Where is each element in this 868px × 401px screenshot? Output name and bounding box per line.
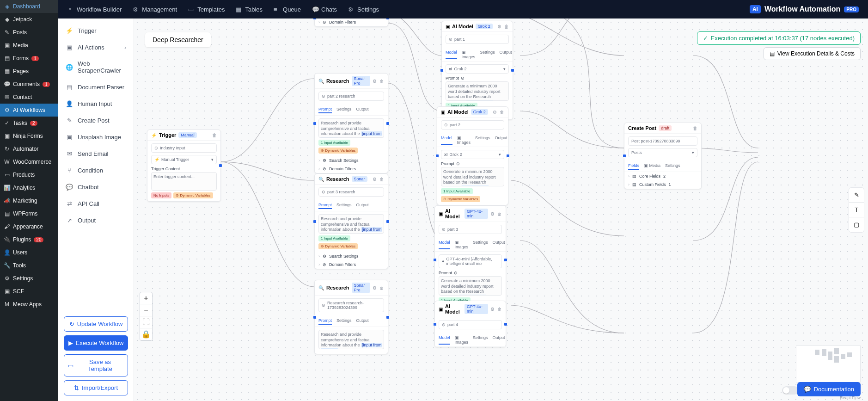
trigger-type-select[interactable]: ⚡ Manual Trigger ▾ [151,155,217,164]
wp-menu-ai-workflows[interactable]: ⚙AI Workflows [0,104,58,117]
wp-menu-tools[interactable]: 🔧Tools [0,259,58,272]
menu-icon: ▣ [4,288,10,295]
ai-model-node-2[interactable]: ▣AI ModelGrok 2⚙ 🗑 ⊙ part 2 Model▣ Image… [437,106,508,205]
fit-view-button[interactable]: ⛶ [140,316,152,328]
wp-menu-comments[interactable]: 💬Comments1 [0,78,58,91]
delete-icon[interactable]: 🗑 [212,133,217,138]
nav-settings[interactable]: ⚙Settings [348,6,379,13]
zoom-in-button[interactable]: + [140,292,152,304]
palette-create-post[interactable]: ✎Create Post [58,112,134,129]
palette-api-call[interactable]: ⇄API Call [58,195,134,212]
menu-label: WooCommerce [13,159,51,165]
documentation-button[interactable]: 💬 Documentation [797,382,861,396]
wp-menu-dashboard[interactable]: ◈Dashboard [0,0,58,13]
palette-output[interactable]: ↗Output [58,212,134,228]
wp-menu-products[interactable]: ▭Products [0,168,58,181]
wp-menu-tasks[interactable]: ✓Tasks2 [0,117,58,130]
menu-label: WPForms [13,210,37,217]
ai-model-node-4[interactable]: ▣AI ModelGPT-4o-mini⚙ 🗑 ⊙ part 4 Model▣ … [434,301,506,347]
palette-unsplash-image[interactable]: ▣Unsplash Image [58,129,134,145]
tab-prompt[interactable]: Prompt [318,107,332,113]
wp-menu-posts[interactable]: ✎Posts [0,26,58,39]
import-export-button[interactable]: ⇅ Import/Export [64,380,128,395]
trigger-node[interactable]: ⚡TriggerManual🗑 ⊙ Industry Input ⚡ Manua… [147,130,221,202]
wp-menu-analytics[interactable]: 📊Analytics [0,181,58,194]
wp-menu-woocommerce[interactable]: WWooCommerce [0,155,58,168]
top-nav: ⚬Workflow Builder⚙Management▭Templates▦T… [58,0,868,19]
save-template-button[interactable]: ▭ Save as Template [64,354,128,376]
toggle-switch[interactable] [782,386,799,395]
nav-tables[interactable]: ▦Tables [236,6,263,13]
wp-menu-automator[interactable]: ↻Automator [0,142,58,155]
research-node-3[interactable]: 🔍ResearchSonar Pro⚙ 🗑 ⊙ Research researc… [314,280,388,354]
wp-menu-contact[interactable]: ✉Contact [0,91,58,104]
update-workflow-button[interactable]: ↻ Update Workflow [64,316,128,332]
delete-icon[interactable]: 🗑 [379,79,384,84]
trigger-field[interactable]: ⊙ Industry Input [151,143,217,153]
create-post-node[interactable]: Create Postdraft🗑 Post post-173927883389… [624,123,702,189]
nav-management[interactable]: ⚙Management [133,6,177,13]
nav-queue[interactable]: ≡Queue [274,6,301,13]
palette-ai-actions[interactable]: ▣AI Actions› [58,39,134,56]
gear-icon[interactable]: ⚙ [373,79,377,84]
tab-output[interactable]: Output [356,107,369,113]
menu-icon: ✎ [4,29,10,36]
model-select[interactable]: xI Grok 2▾ [446,64,509,74]
wp-menu-users[interactable]: 👤Users [0,246,58,259]
execute-workflow-button[interactable]: ▶ Execute Workflow [64,335,128,351]
palette-chatbot[interactable]: 💬Chatbot [58,179,134,195]
wp-menu-settings[interactable]: ⚙Settings [0,272,58,285]
workflow-canvas[interactable]: Deep Researcher ✓ Execution completed at… [134,19,868,401]
wp-menu-scf[interactable]: ▣SCF [0,285,58,298]
zoom-out-button[interactable]: − [140,304,152,316]
ai-model-node-3[interactable]: ▣AI ModelGPT-4o-mini⚙ 🗑 ⊙ part 3 Model▣ … [434,205,506,315]
palette-send-email[interactable]: ✉Send Email [58,145,134,162]
menu-label: Meow Apps [13,301,42,308]
wp-menu-media[interactable]: ▣Media [0,39,58,52]
research-node-1[interactable]: 🔍ResearchSonar Pro⚙ 🗑 ⊙ part 2 research … [314,73,388,173]
execution-details-button[interactable]: ▤ View Execution Details & Costs [764,47,861,60]
tab-settings[interactable]: Settings [336,107,352,113]
research-node-partial[interactable]: › ⚙ Search Settings › ⊘ Domain Filters [314,19,388,27]
menu-icon: M [4,301,10,308]
menu-icon: ⚙ [4,275,10,282]
badge: 1 [31,56,39,61]
shape-icon[interactable]: ▢ [849,217,864,232]
minimap[interactable] [796,345,861,382]
search-icon: 🔍 [318,79,324,84]
palette-condition[interactable]: ⑂Condition [58,162,134,179]
brand-title: Workflow Automation [764,5,840,13]
palette-icon: ⑂ [66,167,73,174]
right-toolbar: ✎ T ▢ [849,187,864,233]
palette-web-scraper-crawler[interactable]: 🌐Web Scraper/Crawler [58,56,134,79]
nav-chats[interactable]: 💬Chats [312,6,337,13]
wp-menu-appearance[interactable]: 🖌Appearance [0,220,58,233]
menu-label: Forms [13,55,29,62]
edit-icon[interactable]: ✎ [849,188,864,203]
wp-menu-plugins[interactable]: 🔌Plugins20 [0,233,58,246]
palette-human-input[interactable]: 👤Human Input [58,95,134,112]
wp-menu-jetpack[interactable]: ◆Jetpack [0,13,58,26]
wp-menu-wpforms[interactable]: ▤WPForms [0,207,58,220]
nav-icon: ▦ [236,6,242,12]
research-node-2[interactable]: 🔍ResearchSonar⚙ 🗑 ⊙ part 3 research Prom… [314,173,388,269]
palette-document-parser[interactable]: ▤Document Parser [58,79,134,95]
search-icon: 🔍 [318,285,324,290]
palette-icon: 💬 [66,183,73,191]
wp-menu-meow-apps[interactable]: MMeow Apps [0,298,58,311]
menu-label: Tasks [13,120,27,126]
palette-trigger[interactable]: ⚡Trigger [58,22,134,39]
menu-icon: ▤ [4,55,10,62]
text-icon[interactable]: T [849,203,864,217]
wp-menu-pages[interactable]: ▦Pages [0,65,58,78]
wp-menu-ninja-forms[interactable]: ▣Ninja Forms [0,130,58,142]
trigger-content-input[interactable]: Enter trigger content... [151,172,217,191]
lock-button[interactable]: 🔒 [140,328,152,340]
nav-workflow-builder[interactable]: ⚬Workflow Builder [67,6,122,13]
wp-menu-forms[interactable]: ▤Forms1 [0,52,58,65]
ai-model-node-1[interactable]: ▣AI ModelGrok 2⚙ 🗑 ⊙ part 1 Model▣ Image… [441,21,513,120]
wp-menu-marketing[interactable]: 📣Marketing [0,194,58,207]
menu-icon: ⚙ [4,107,10,113]
nav-templates[interactable]: ▭Templates [188,6,225,13]
menu-icon: ↻ [4,146,10,152]
